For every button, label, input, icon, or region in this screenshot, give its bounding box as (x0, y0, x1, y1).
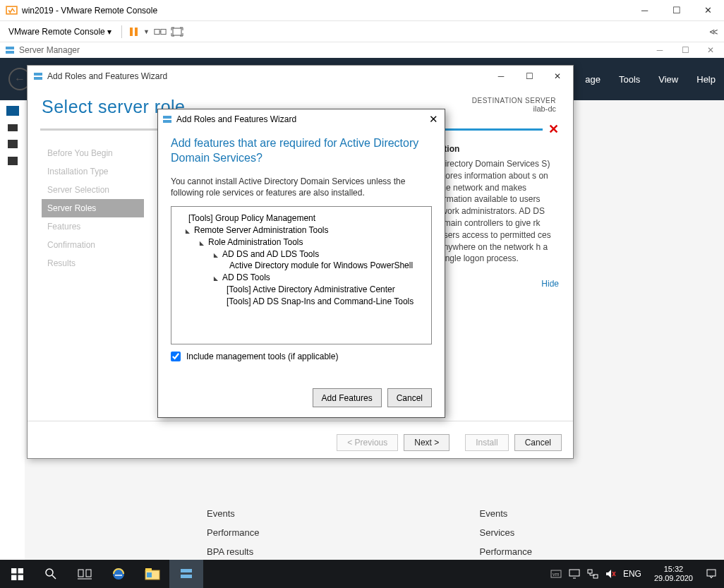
add-features-modal: Add Roles and Features Wizard ✕ Add feat… (157, 109, 445, 418)
panel-left-events[interactable]: Events (207, 504, 416, 523)
svg-point-16 (46, 569, 53, 576)
include-mgmt-tools-row[interactable]: Include management tools (if applicable) (171, 352, 432, 361)
wizard-titlebar[interactable]: Add Roles and Features Wizard ─ ☐ ✕ (28, 66, 573, 87)
vmware-icon (6, 4, 18, 16)
svg-rect-23 (145, 568, 152, 571)
header-menu-view[interactable]: View (658, 74, 678, 85)
nav-server-roles[interactable]: Server Roles (42, 199, 144, 217)
modal-heading: Add features that are required for Activ… (171, 136, 432, 166)
svg-rect-25 (181, 569, 192, 572)
nav-features[interactable]: Features (42, 217, 144, 236)
modal-icon (162, 114, 172, 124)
svg-rect-12 (11, 568, 16, 573)
dest-value: ilab-dc (472, 104, 556, 113)
servermgr-maximize-button[interactable]: ☐ (672, 42, 698, 58)
servermgr-minimize-button[interactable]: ─ (647, 42, 672, 58)
servermgr-close-button[interactable]: ✕ (698, 42, 723, 58)
modal-add-features-button[interactable]: Add Features (313, 388, 382, 407)
header-menu-help[interactable]: Help (696, 74, 716, 85)
tray-display-icon[interactable] (569, 569, 580, 579)
sidebar-file-icon[interactable] (8, 157, 18, 165)
sidebar-all-icon[interactable] (8, 140, 18, 148)
taskview-button[interactable] (68, 560, 102, 588)
start-button[interactable] (0, 560, 34, 588)
vmware-title: win2019 - VMware Remote Console (18, 6, 629, 16)
modal-titlebar[interactable]: Add Roles and Features Wizard ✕ (158, 109, 445, 129)
nav-before[interactable]: Before You Begin (42, 144, 144, 162)
wizard-title: Add Roles and Features Wizard (43, 71, 487, 81)
panel-right-perf[interactable]: Performance (480, 542, 689, 561)
tree-gpm: [Tools] Group Policy Management (179, 212, 424, 224)
tree-role-admin[interactable]: Role Administration Tools (179, 236, 424, 248)
nav-install-type[interactable]: Installation Type (42, 162, 144, 181)
svg-rect-14 (11, 575, 16, 580)
wizard-next-button[interactable]: Next > (404, 434, 450, 451)
tree-rsat[interactable]: Remote Server Administration Tools (179, 224, 424, 236)
vmware-close-button[interactable]: ✕ (692, 0, 724, 21)
pause-icon[interactable] (129, 27, 139, 37)
wizard-close-button[interactable]: ✕ (543, 66, 572, 86)
send-cad-icon[interactable] (154, 27, 167, 37)
wizard-nav: Before You Begin Installation Type Serve… (42, 144, 144, 421)
modal-close-button[interactable]: ✕ (426, 112, 440, 126)
svg-rect-7 (6, 51, 14, 54)
header-menu-tools[interactable]: Tools (619, 74, 640, 85)
svg-rect-8 (34, 73, 42, 76)
role-desc-body: Directory Domain Services S) stores info… (439, 158, 559, 265)
panel-right-services[interactable]: Services (480, 527, 515, 538)
panel-left-perf[interactable]: Performance (207, 523, 416, 542)
sidebar-dashboard-icon[interactable] (6, 106, 19, 116)
svg-rect-26 (181, 575, 192, 578)
svg-rect-18 (78, 570, 83, 577)
header-menu-manage[interactable]: age (585, 74, 601, 85)
sidebar-strip (0, 100, 25, 588)
tray-vmtools-icon[interactable]: vm (550, 569, 562, 579)
wizard-prev-button: < Previous (337, 434, 398, 451)
include-mgmt-tools-label: Include management tools (if applicable) (186, 352, 338, 361)
vmware-titlebar: win2019 - VMware Remote Console ─ ☐ ✕ (0, 0, 724, 21)
tree-adds-adlds[interactable]: AD DS and AD LDS Tools (179, 248, 424, 260)
nav-results[interactable]: Results (42, 254, 144, 272)
ie-button[interactable] (102, 560, 135, 588)
pause-dropdown[interactable]: ▼ (143, 28, 150, 35)
explorer-button[interactable] (135, 560, 169, 588)
fullscreen-icon[interactable] (171, 27, 183, 37)
vmware-chevrons-icon[interactable]: ≪ (709, 27, 718, 37)
wizard-maximize-button[interactable]: ☐ (515, 66, 543, 86)
modal-title: Add Roles and Features Wizard (172, 114, 426, 124)
panel-right-events[interactable]: Events (480, 504, 689, 523)
svg-rect-11 (163, 120, 171, 123)
dest-label: DESTINATION SERVER (472, 97, 556, 104)
svg-rect-24 (147, 572, 152, 577)
wizard-icon (33, 71, 43, 81)
tray-network-icon[interactable] (587, 569, 598, 579)
nav-confirm[interactable]: Confirmation (42, 236, 144, 254)
vmware-maximize-button[interactable]: ☐ (660, 0, 692, 21)
panel-left-bpa[interactable]: BPA results (207, 542, 416, 561)
include-mgmt-tools-checkbox[interactable] (171, 352, 181, 361)
modal-cancel-button[interactable]: Cancel (387, 388, 432, 407)
wizard-error-close-icon[interactable]: ✕ (548, 121, 559, 137)
search-button[interactable] (34, 560, 68, 588)
wizard-cancel-button[interactable]: Cancel (514, 434, 562, 451)
wizard-minimize-button[interactable]: ─ (487, 66, 515, 86)
system-tray: vm ENG 15:32 29.09.2020 (543, 565, 724, 583)
svg-text:vm: vm (553, 572, 560, 577)
tray-volume-icon[interactable] (605, 569, 616, 579)
tray-lang[interactable]: ENG (623, 569, 641, 579)
servermgr-icon (5, 45, 15, 55)
hide-link[interactable]: Hide (541, 279, 559, 289)
tray-date: 29.09.2020 (654, 574, 693, 583)
sidebar-local-icon[interactable] (8, 124, 18, 131)
nav-server-sel[interactable]: Server Selection (42, 181, 144, 199)
wizard-install-button: Install (465, 434, 508, 451)
tree-adds-tools[interactable]: AD DS Tools (179, 272, 424, 284)
tray-clock[interactable]: 15:32 29.09.2020 (648, 565, 699, 583)
modal-paragraph: You cannot install Active Directory Doma… (171, 176, 432, 200)
vmware-minimize-button[interactable]: ─ (629, 0, 660, 21)
tray-notifications-icon[interactable] (706, 568, 717, 580)
svg-rect-19 (86, 570, 91, 577)
servermgr-taskbar-button[interactable] (169, 560, 203, 588)
tree-adds-snapins: [Tools] AD DS Snap-Ins and Command-Line … (179, 296, 424, 308)
vmware-menu[interactable]: VMware Remote Console ▾ (6, 25, 114, 38)
